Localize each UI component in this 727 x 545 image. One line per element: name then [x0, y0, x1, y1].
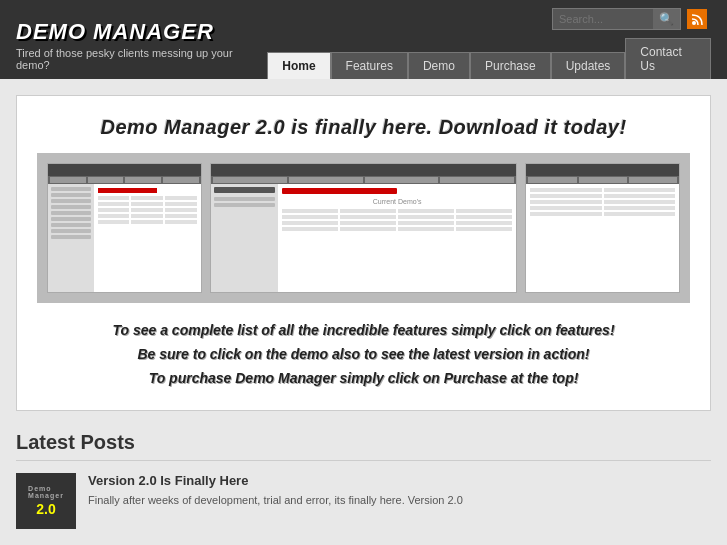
svg-point-0 [692, 21, 696, 25]
site-tagline: Tired of those pesky clients messing up … [16, 47, 267, 71]
main-nav: HomeFeaturesDemoPurchaseUpdatesContact U… [267, 38, 711, 79]
post-title[interactable]: Version 2.0 Is Finally Here [88, 473, 463, 488]
post-excerpt: Finally after weeks of development, tria… [88, 492, 463, 509]
nav-item-features[interactable]: Features [331, 52, 408, 79]
nav-item-demo[interactable]: Demo [408, 52, 470, 79]
mock-screen-left [47, 163, 202, 293]
mock-screen-right [525, 163, 680, 293]
hero-desc-line1: To see a complete list of all the incred… [37, 319, 690, 343]
search-input[interactable] [553, 10, 653, 28]
header-branding: DEMO MANAGER Tired of those pesky client… [16, 19, 267, 79]
post-content: Version 2.0 Is Finally Here Finally afte… [88, 473, 463, 509]
hero-title: Demo Manager 2.0 is finally here. Downlo… [37, 116, 690, 139]
post-thumb-label: DemoManager [28, 485, 64, 499]
search-bar: 🔍 [552, 8, 681, 30]
post-item: DemoManager 2.0 Version 2.0 Is Finally H… [16, 473, 711, 529]
rss-icon[interactable] [687, 9, 707, 29]
nav-item-purchase[interactable]: Purchase [470, 52, 551, 79]
header-right: 🔍 HomeFeaturesDemoPurchaseUpdatesContact… [267, 8, 711, 79]
nav-item-contact-us[interactable]: Contact Us [625, 38, 711, 79]
latest-posts-heading: Latest Posts [16, 431, 711, 461]
site-header: DEMO MANAGER Tired of those pesky client… [0, 0, 727, 79]
hero-desc-line2: Be sure to click on the demo also to see… [37, 343, 690, 367]
nav-item-home[interactable]: Home [267, 52, 330, 79]
post-thumb-version: 2.0 [36, 501, 55, 517]
screenshot-mockup: Current Demo's [37, 153, 690, 303]
latest-posts-section: Latest Posts DemoManager 2.0 Version 2.0… [16, 431, 711, 529]
hero-section: Demo Manager 2.0 is finally here. Downlo… [16, 95, 711, 411]
nav-item-updates[interactable]: Updates [551, 52, 626, 79]
hero-description: To see a complete list of all the incred… [37, 319, 690, 390]
content-area: Demo Manager 2.0 is finally here. Downlo… [0, 79, 727, 545]
site-title: DEMO MANAGER [16, 19, 267, 45]
mock-screen-center: Current Demo's [210, 163, 518, 293]
search-button[interactable]: 🔍 [653, 9, 680, 29]
post-thumbnail: DemoManager 2.0 [16, 473, 76, 529]
hero-desc-line3: To purchase Demo Manager simply click on… [37, 367, 690, 391]
